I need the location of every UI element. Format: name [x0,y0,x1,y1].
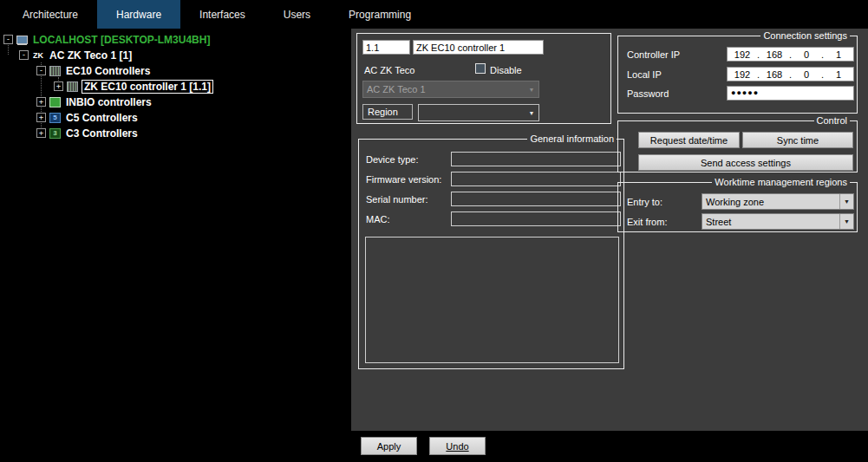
request-datetime-button[interactable]: Request date/time [638,132,740,148]
device-family-label: AC ZK Teco [364,65,415,75]
ip-octet: 168 [760,49,789,60]
controller-ip-label: Controller IP [627,49,680,60]
tree-item-label: INBIO controllers [64,96,153,108]
ip-octet: 0 [792,49,821,60]
collapse-icon[interactable]: - [19,50,29,60]
ip-octet: 1 [824,69,853,80]
controller-ip-input[interactable]: 192.168.0.1 [727,47,854,62]
zk-logo-icon: ZK [32,50,44,61]
firmware-version-input[interactable] [451,172,621,186]
device-number-input[interactable] [362,40,410,55]
mac-label: MAC: [366,214,390,224]
expand-icon[interactable]: + [36,97,46,107]
computer-icon [16,36,28,44]
tree-item-zk-ec10-controller-1[interactable]: + ZK EC10 controller 1 [1.1] [54,79,213,94]
tree-item-label: AC ZK Teco 1 [1] [48,49,134,62]
local-ip-label: Local IP [627,69,662,80]
hardware-tree: - LOCALHOST [DESKTOP-LM3U4BH] - ZK AC ZK… [0,29,351,462]
connection-settings-groupbox: Connection settings Controller IP 192.16… [617,36,858,114]
tab-label: Programming [349,9,411,21]
region-combo[interactable]: ▼ [418,104,539,121]
app: { "colors": { "active_tab": "#17466b", "… [0,0,868,462]
detail-panel: AC ZK Teco Disable AC ZK Teco 1 ▼ Region… [351,29,868,431]
device-groupbox: AC ZK Teco Disable AC ZK Teco 1 ▼ Region… [356,33,611,124]
entry-to-value: Working zone [702,197,839,207]
tree-item-label-selected: ZK EC10 controller 1 [1.1] [82,80,213,94]
send-access-settings-button[interactable]: Send access settings [638,154,853,171]
disable-checkbox[interactable] [475,63,486,74]
tab-architecture[interactable]: Architecture [3,0,97,29]
tree-item-label: EC10 Controllers [64,65,152,77]
entry-to-combo[interactable]: Working zone ▼ [702,193,854,210]
firmware-version-label: Firmware version: [366,174,441,185]
tab-label: Interfaces [199,9,245,21]
entry-to-label: Entry to: [627,197,662,207]
expand-icon[interactable]: + [54,81,63,91]
parent-device-combo: AC ZK Teco 1 ▼ [362,81,539,98]
connection-settings-title: Connection settings [760,30,850,41]
tree-item-ec10-controllers[interactable]: - EC10 Controllers [36,63,152,78]
exit-from-value: Street [702,217,839,227]
tab-label: Architecture [23,9,78,21]
local-ip-input[interactable]: 192.168.0.1 [727,67,854,81]
general-info-title: General information [527,133,617,144]
expand-icon[interactable]: + [36,128,46,138]
ip-octet: 0 [792,69,821,80]
chevron-down-icon: ▼ [525,87,538,93]
region-label: Region [362,104,413,120]
tab-label: Hardware [116,9,161,21]
undo-button-label: Undo [446,441,468,452]
tree-item-localhost[interactable]: - LOCALHOST [DESKTOP-LM3U4BH] [3,32,212,47]
controller-board-icon [49,66,61,76]
tab-label: Users [284,9,310,21]
ip-octet: 168 [760,69,789,80]
ip-octet: 192 [728,69,757,80]
controller-board-icon [67,81,78,92]
worktime-title: Worktime management regions [712,177,850,187]
chevron-down-icon: ▼ [839,194,853,209]
c3-controller-icon: 3 [49,128,61,139]
tab-hardware[interactable]: Hardware [97,0,180,29]
parent-device-value: AC ZK Teco 1 [363,84,525,94]
tree-item-label: LOCALHOST [DESKTOP-LM3U4BH] [31,34,212,46]
serial-number-label: Serial number: [366,194,428,205]
c5-controller-icon: 5 [49,113,61,123]
password-label: Password [627,88,669,99]
disable-checkbox-label: Disable [490,65,522,75]
ip-octet: 192 [728,49,757,60]
exit-from-combo[interactable]: Street ▼ [702,213,854,230]
apply-button[interactable]: Apply [361,437,417,455]
device-type-input[interactable] [451,152,621,166]
chevron-down-icon: ▼ [839,214,853,229]
tree-item-c5-controllers[interactable]: + 5 C5 Controllers [36,110,140,125]
tree-item-label: C5 Controllers [64,112,140,124]
ip-octet: 1 [824,49,853,60]
serial-number-input[interactable] [451,192,621,206]
tab-interfaces[interactable]: Interfaces [180,0,264,29]
tab-users[interactable]: Users [264,0,330,29]
chevron-down-icon: ▼ [525,110,538,116]
expand-icon[interactable]: + [36,113,46,122]
tab-programming[interactable]: Programming [330,0,430,29]
tree-item-label: C3 Controllers [64,127,140,140]
worktime-groupbox: Worktime management regions Entry to: Wo… [617,182,858,232]
tree-item-c3-controllers[interactable]: + 3 C3 Controllers [36,126,140,140]
device-type-label: Device type: [366,154,419,165]
inbio-controller-icon [49,97,61,107]
sync-time-button[interactable]: Sync time [742,132,853,148]
password-input[interactable]: ●●●●● [727,86,854,101]
general-info-groupbox: General information Device type: Firmwar… [358,139,624,369]
password-mask: ●●●●● [731,88,759,97]
device-name-input[interactable] [413,40,544,55]
undo-button[interactable]: Undo [429,437,486,455]
menu-bar: Architecture Hardware Interfaces Users P… [0,0,868,29]
device-details-box [365,237,619,363]
tree-item-ac-zk-teco[interactable]: - ZK AC ZK Teco 1 [1] [19,48,134,62]
tree-item-inbio-controllers[interactable]: + INBIO controllers [36,94,153,109]
control-title: Control [814,115,850,126]
collapse-icon[interactable]: - [36,66,46,75]
exit-from-label: Exit from: [627,217,667,227]
collapse-icon[interactable]: - [3,35,13,44]
mac-input[interactable] [451,211,621,226]
control-groupbox: Control Request date/time Sync time Send… [617,120,858,172]
